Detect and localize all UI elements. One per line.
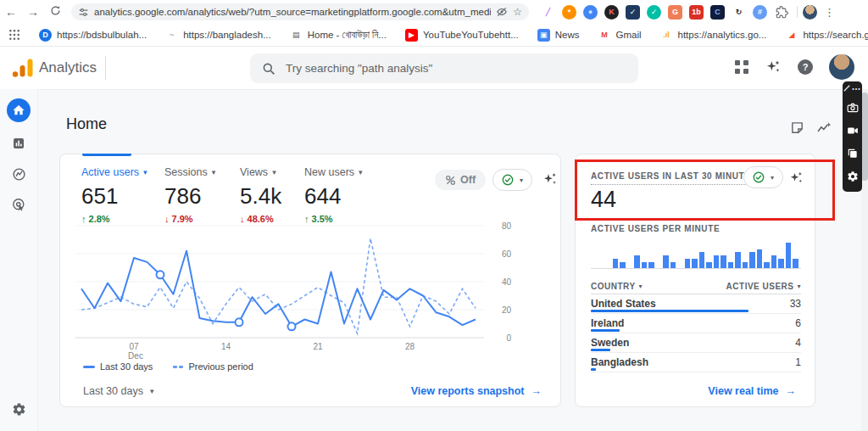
chevron-down-icon: ▾: [797, 283, 801, 290]
screen-record-button[interactable]: [845, 123, 860, 137]
realtime-sparkle-button[interactable]: [786, 167, 806, 188]
check-navy-extension-icon[interactable]: ✓: [626, 5, 640, 20]
bookmark-bangladesh[interactable]: ~https://bangladesh...: [165, 29, 271, 42]
minute-bar: [728, 262, 734, 269]
bookmark-label: https://analytics.go...: [678, 30, 767, 40]
active-users-column-header[interactable]: ACTIVE USERS▾: [726, 282, 801, 291]
bookmark-news[interactable]: ▣News: [537, 29, 580, 42]
c-dark-extension-icon[interactable]: C: [710, 5, 725, 20]
back-button[interactable]: ←: [0, 5, 22, 19]
nav-admin-button[interactable]: [7, 397, 31, 421]
site-settings-icon[interactable]: [78, 7, 89, 18]
eye-off-icon[interactable]: [496, 6, 508, 18]
browser-profile-avatar[interactable]: [803, 5, 817, 20]
realtime-status-dropdown[interactable]: ▾: [743, 166, 783, 188]
minute-bar: [634, 255, 640, 268]
analytics-logo-icon[interactable]: [12, 58, 34, 81]
nav-home-button[interactable]: [7, 98, 31, 122]
arrow-right-icon: →: [531, 385, 542, 397]
diagnostics-grid-icon[interactable]: [734, 59, 749, 75]
page-scrollbar[interactable]: [861, 89, 868, 431]
bookmark-label: https://bdsbulbulah...: [57, 30, 147, 40]
account-avatar[interactable]: [829, 54, 854, 80]
bookmark-star-icon[interactable]: ☆: [513, 6, 522, 18]
legend-solid-swatch: [83, 366, 95, 368]
insights-icon[interactable]: [814, 117, 834, 137]
globe-blue-extension-icon[interactable]: #: [753, 5, 767, 20]
scrollbar-thumb[interactable]: [861, 92, 868, 181]
header-divider: [105, 56, 106, 80]
toolbar-divider: [797, 6, 798, 18]
bookmark-search-google[interactable]: ◢https://search.googl...: [785, 29, 868, 42]
view-reports-snapshot-link[interactable]: View reports snapshot →: [411, 385, 542, 397]
nav-advertising-button[interactable]: [7, 193, 31, 216]
card-tab-indicator: [82, 154, 131, 156]
minute-bar: [786, 243, 792, 268]
bookmark-bdsbulbulah[interactable]: Dhttps://bdsbulbulah...: [39, 29, 147, 42]
screenshot-tool-header[interactable]: •••: [843, 84, 860, 92]
blue-round-extension-icon[interactable]: ●: [583, 5, 598, 20]
g-orange-extension-icon[interactable]: G: [668, 5, 682, 20]
bookmark-analytics-favicon: .ıl: [660, 29, 673, 42]
left-navigation-rail: [0, 89, 38, 431]
bookmark-analytics[interactable]: .ılhttps://analytics.go...: [660, 29, 767, 42]
date-range-selector[interactable]: Last 30 days ▾: [83, 385, 153, 397]
chevron-down-icon: ▾: [520, 176, 523, 184]
k-black-extension-icon[interactable]: K: [604, 5, 619, 20]
country-column-header[interactable]: COUNTRY▾: [591, 282, 643, 291]
svg-text:80: 80: [502, 221, 512, 231]
help-icon[interactable]: ?: [797, 59, 814, 76]
screenshot-camera-button[interactable]: [845, 100, 860, 115]
comparison-toggle[interactable]: Off: [435, 170, 486, 190]
product-name: Analytics: [39, 59, 97, 76]
sync-extension-icon[interactable]: ↻: [732, 5, 746, 20]
bookmark-youtube[interactable]: ▶YouTubeYouTubehtt...: [405, 29, 519, 42]
svg-text:?: ?: [803, 62, 809, 72]
minute-bar: [642, 262, 648, 269]
nav-explore-button[interactable]: [7, 162, 31, 186]
legend-last-30-days: Last 30 days: [83, 361, 153, 372]
seo-flower-extension-icon[interactable]: *: [562, 5, 576, 20]
per-minute-title: ACTIVE USERS PER MINUTE: [591, 224, 720, 233]
svg-text:0: 0: [506, 333, 511, 343]
svg-text:07: 07: [129, 342, 139, 351]
chevron-down-icon: ▾: [150, 387, 154, 395]
bookmark-gmail[interactable]: MGmail: [598, 29, 642, 42]
screenshot-settings-button[interactable]: [845, 169, 860, 183]
country-name: United States: [591, 298, 656, 310]
metric-selector[interactable]: Active users▾: [81, 166, 147, 178]
insights-sparkle-button[interactable]: [540, 169, 560, 189]
chart-legend: Last 30 days Previous period: [83, 361, 253, 372]
browser-menu-button[interactable]: ⋮: [824, 6, 835, 19]
copy-button[interactable]: [845, 146, 860, 160]
forward-button[interactable]: →: [22, 5, 44, 19]
home-icon: [12, 104, 25, 117]
url-text[interactable]: analytics.google.com/analytics/web/?utm_…: [94, 7, 491, 17]
ai-sparkle-icon[interactable]: [765, 59, 782, 76]
metric-new-users: New users▾644↑ 3.5%: [304, 166, 363, 224]
global-search-input[interactable]: Try searching "path analysis": [250, 53, 638, 83]
metric-selector[interactable]: Views▾: [240, 166, 281, 178]
metric-active-users: Active users▾651↑ 2.8%: [81, 166, 147, 224]
browser-toolbar: ← → analytics.google.com/analytics/web/?…: [0, 0, 868, 24]
country-bar: [591, 310, 748, 312]
address-bar[interactable]: analytics.google.com/analytics/web/?utm_…: [71, 3, 529, 20]
metric-selector[interactable]: New users▾: [304, 166, 363, 178]
data-quality-dropdown[interactable]: ▾: [492, 169, 532, 191]
chevron-down-icon: ▾: [639, 283, 643, 290]
pen-extension-icon[interactable]: ╱: [541, 5, 555, 20]
per-minute-bars: [591, 239, 801, 269]
bookmark-home-news[interactable]: ▤Home - খোবাউড়া নি...: [290, 29, 387, 42]
nav-reports-button[interactable]: [7, 132, 31, 155]
reload-button[interactable]: [44, 5, 66, 19]
extensions-puzzle-icon[interactable]: [776, 6, 788, 19]
apps-grid-icon[interactable]: [8, 29, 20, 41]
view-real-time-link[interactable]: View real time →: [708, 385, 796, 397]
check-teal-extension-icon[interactable]: ✓: [647, 5, 661, 20]
metric-selector[interactable]: Sessions▾: [164, 166, 215, 178]
country-table-header: COUNTRY▾ ACTIVE USERS▾: [591, 282, 801, 291]
fb-red-extension-icon[interactable]: 1b: [689, 5, 704, 20]
minute-bar: [613, 259, 619, 268]
notes-icon[interactable]: [787, 117, 807, 137]
legend-previous-period: Previous period: [173, 361, 253, 372]
